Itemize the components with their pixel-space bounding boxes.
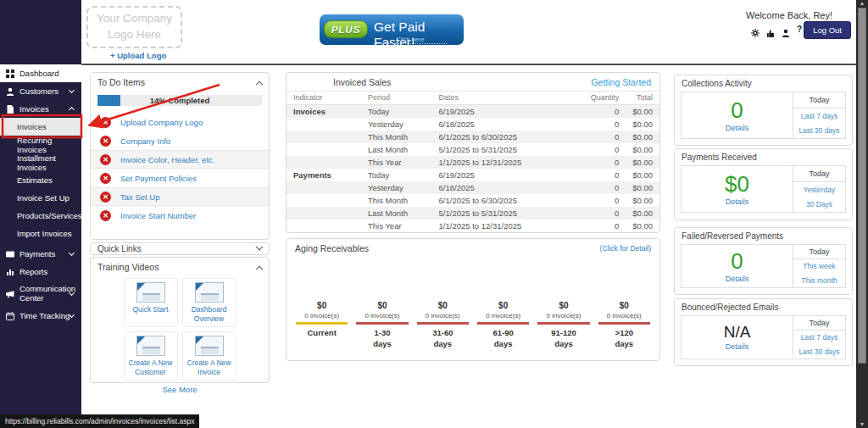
todo-item[interactable]: ✕ Company Info [91, 131, 269, 150]
stat-tab-last-7-days[interactable]: Last 7 days [793, 108, 845, 124]
collapse-chevron-icon[interactable] [256, 81, 263, 88]
aging-bucket-31-60[interactable]: $0 0 invoice(s) 31-60days [413, 301, 473, 350]
sidebar-subitem-recurring-invoices[interactable]: Recurring Invoices [0, 136, 81, 153]
stat-tab-this-week[interactable]: This week [793, 259, 845, 273]
invoiced-sales-table: Indicator Period Dates Quantity Total In… [287, 91, 659, 232]
stat-tab-this-month[interactable]: This month [793, 274, 845, 287]
incomplete-x-icon: ✕ [100, 154, 111, 165]
bucket-sublabel: days [494, 339, 513, 348]
scroll-up-arrow-icon[interactable]: ▲ [856, 0, 868, 6]
todo-item[interactable]: ✕ Invoice Start Number [91, 206, 269, 225]
aging-bucket-over-120[interactable]: $0 0 invoice(s) >120days [594, 301, 654, 350]
video-label[interactable]: Dashboard Overview [185, 305, 234, 324]
thumbs-up-icon[interactable] [766, 25, 775, 34]
bounced-rejected-emails-panel: Bounced/Rejected Emails N/A Details Toda… [674, 298, 853, 366]
plus-banner[interactable]: PLUS Get Paid Faster! Click here [320, 14, 464, 45]
sidebar-subitem-invoice-set-up[interactable]: Invoice Set Up [0, 189, 81, 207]
cell-period: This Month [361, 131, 432, 143]
sidebar-subitem-import-invoices[interactable]: Import Invoices [0, 225, 81, 242]
cell-dates: 6/1/2025 to 6/30/2025 [432, 131, 581, 143]
todo-panel: To Do Items 14% Completed ✕ Upload Compa… [90, 72, 270, 240]
column-header: Indicator [287, 92, 361, 105]
video-card[interactable]: Create A New Invoice [182, 331, 236, 381]
stat-tab-today[interactable]: Today [793, 245, 845, 259]
banner-click-here-link[interactable]: Click here [374, 36, 447, 44]
details-link[interactable]: Details [726, 124, 749, 132]
quick-links-bar[interactable]: Quick Links [90, 242, 270, 255]
sidebar-item-invoices[interactable]: Invoices [0, 100, 81, 118]
todo-item-label[interactable]: Invoice Color, Header, etc. [120, 155, 214, 164]
collapse-chevron-icon[interactable] [256, 266, 263, 273]
calendar-icon [6, 312, 14, 320]
todo-item-label[interactable]: Upload Company Logo [120, 118, 203, 127]
gear-icon[interactable] [751, 25, 760, 34]
details-link[interactable]: Details [726, 342, 749, 351]
stat-tab-today[interactable]: Today [793, 92, 845, 108]
video-card[interactable]: Quick Start [124, 278, 178, 327]
stat-tab-last-7-days[interactable]: Last 7 days [793, 331, 845, 344]
todo-item[interactable]: ✕ Upload Company Logo [91, 113, 269, 131]
see-more-link[interactable]: See More [162, 385, 197, 394]
details-link[interactable]: Details [726, 197, 749, 206]
cell-period: Yesterday [361, 118, 432, 131]
scroll-down-arrow-icon[interactable]: ▼ [856, 421, 868, 427]
todo-item[interactable]: ✕ Invoice Color, Header, etc. [91, 150, 269, 169]
video-label[interactable]: Quick Start [126, 305, 175, 314]
table-row: This Year 1/1/2025 to 12/31/2025 0 $0.00 [287, 156, 659, 169]
todo-item-label[interactable]: Set Payment Policies [120, 174, 197, 183]
scrollbar-thumb[interactable] [858, 8, 866, 364]
company-logo-placeholder[interactable]: Your Company Logo Here [86, 6, 182, 48]
aging-bucket-61-90[interactable]: $0 0 invoice(s) 61-90days [473, 301, 533, 350]
stat-tab-today[interactable]: Today [793, 166, 845, 182]
aging-bucket-1-30[interactable]: $0 0 invoice(s) 1-30days [352, 301, 412, 350]
top-header: Your Company Logo Here + Upload Logo PLU… [81, 0, 856, 65]
video-label[interactable]: Create A New Invoice [185, 359, 234, 377]
todo-item-label[interactable]: Company Info [120, 136, 170, 146]
logo-placeholder-line1: Your Company [97, 11, 172, 27]
sidebar-item-communication-center[interactable]: Communication Center [0, 281, 81, 307]
expand-chevron-icon[interactable] [256, 242, 263, 249]
help-icon[interactable]: ? [797, 25, 802, 34]
cell-quantity: 0 [581, 220, 626, 232]
video-card[interactable]: Create A New Customer [124, 331, 178, 381]
upload-logo-link[interactable]: + Upload Logo [110, 51, 166, 60]
sidebar-item-time-tracking[interactable]: Time Tracking [0, 307, 81, 325]
stat-tab-last-30-days[interactable]: Last 30 days [793, 123, 845, 138]
aging-bucket-91-120[interactable]: $0 0 invoice(s) 91-120days [533, 301, 593, 350]
click-for-detail-link[interactable]: (Click for Detail) [600, 244, 651, 253]
todo-item-label[interactable]: Tax Set Up [120, 192, 159, 202]
todo-item[interactable]: ✕ Set Payment Policies [91, 169, 269, 187]
todo-progress-bar: 14% Completed [97, 95, 262, 106]
aging-receivables-panel: Aging Receivables (Click for Detail) $0 … [286, 238, 660, 361]
logout-button[interactable]: Log Out [804, 21, 851, 39]
stat-tab-yesterday[interactable]: Yesterday [793, 182, 845, 197]
video-thumbnail [195, 282, 224, 303]
sidebar-item-dashboard[interactable]: Dashboard [0, 64, 81, 82]
bucket-count: 0 invoice(s) [473, 312, 533, 320]
user-icon[interactable] [782, 25, 790, 34]
sidebar-subitem-invoices[interactable]: Invoices [0, 118, 81, 136]
sidebar-subitem-installment-invoices[interactable]: Installment Invoices [0, 153, 81, 171]
sidebar-subitem-products-services[interactable]: Products/Services [0, 207, 81, 225]
video-label[interactable]: Create A New Customer [126, 359, 175, 377]
todo-item[interactable]: ✕ Tax Set Up [91, 187, 269, 206]
sidebar-item-payments[interactable]: Payments [0, 245, 81, 263]
todo-item-label[interactable]: Invoice Start Number [120, 211, 196, 220]
stat-tab-last-30-days[interactable]: Last 30 days [793, 345, 845, 359]
stat-tab-today[interactable]: Today [793, 316, 845, 331]
details-link[interactable]: Details [726, 275, 749, 283]
bucket-sublabel: days [554, 339, 573, 348]
vertical-scrollbar[interactable]: ▲ ▼ [856, 0, 868, 428]
sidebar-subitem-estimates[interactable]: Estimates [0, 171, 81, 189]
cell-total: $0.00 [626, 143, 659, 156]
getting-started-link[interactable]: Getting Started [591, 77, 651, 87]
sidebar-item-label: Invoices [17, 122, 47, 131]
sidebar-item-customers[interactable]: Customers [0, 82, 81, 100]
sidebar-item-reports[interactable]: Reports [0, 263, 81, 281]
card-icon [6, 250, 14, 258]
bucket-count: 0 invoice(s) [413, 312, 473, 320]
stat-tab-30-days[interactable]: 30 Days [793, 197, 845, 212]
video-card[interactable]: Dashboard Overview [182, 278, 236, 327]
cell-total: $0.00 [626, 181, 659, 194]
aging-bucket-current[interactable]: $0 0 invoice(s) Current [292, 301, 352, 350]
